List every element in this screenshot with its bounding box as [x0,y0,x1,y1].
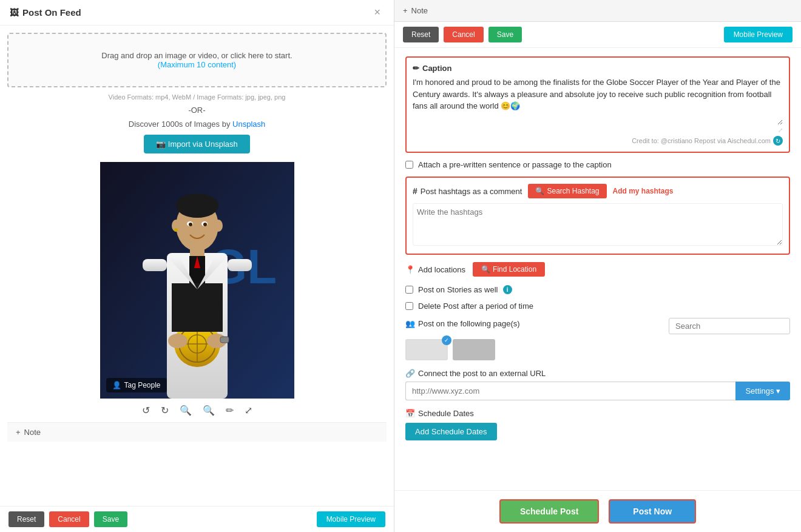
post-now-button[interactable]: Post Now [609,499,696,524]
bottom-actions: Schedule Post Post Now [394,490,801,532]
image-preview: GL [100,162,294,399]
post-stories-info-icon[interactable]: i [503,285,512,294]
right-cancel-button[interactable]: Cancel [444,27,483,42]
caption-credit-text: Credit to: @cristiano Repost via Aisched… [632,137,771,144]
attach-sentence-checkbox[interactable] [405,161,413,169]
search-pages-input[interactable] [669,318,790,334]
left-reset-button[interactable]: Reset [8,511,44,527]
page-title: 🖼 Post On Feed [10,7,81,18]
schedule-label: 📅 Schedule Dates [405,409,790,418]
right-reset-button[interactable]: Reset [403,27,439,42]
page-thumb-1: ✓ [405,339,448,360]
caption-section: ✏ Caption I'm honored and proud to be am… [405,56,790,153]
svg-rect-23 [220,337,229,343]
svg-rect-14 [143,259,167,271]
page-thumb-2 [453,339,495,360]
url-input[interactable] [405,382,735,400]
note-plus-icon: + [16,428,21,437]
delete-post-row: Delete Post after a period of time [405,301,790,311]
drop-zone[interactable]: Drag and drop an image or video, or clic… [7,33,387,87]
pages-label: 👥 Post on the following page(s) [405,319,520,328]
attach-sentence-label: Attach a pre-written sentence or passage… [418,160,612,169]
location-row: 📍 Add locations 🔍 Find Location [405,262,790,277]
people-icon: 👥 [405,319,415,328]
schedule-post-button[interactable]: Schedule Post [499,499,599,524]
caption-textarea[interactable]: I'm honored and proud to be among the fi… [413,76,783,125]
close-button[interactable]: × [370,5,384,20]
caption-label: ✏ Caption [413,64,783,73]
hashtag-textarea[interactable] [413,203,783,246]
page-thumbs: ✓ [405,339,790,360]
location-pin-icon: 📍 [405,265,415,274]
svg-point-27 [174,228,178,232]
svg-point-10 [189,223,192,226]
refresh-icon: ↻ [773,136,783,146]
hashtag-header: # Post hashtags as a comment 🔍 Search Ha… [413,184,783,198]
tag-icon: 👤 [112,381,121,389]
svg-rect-24 [172,283,223,332]
zoom-out-icon[interactable]: 🔍 [203,405,215,416]
pages-header: 👥 Post on the following page(s) [405,318,790,334]
import-unsplash-button[interactable]: 📷 Import via Unsplash [144,135,250,153]
schedule-section: 📅 Schedule Dates Add Schedule Dates [405,409,790,440]
left-note-label: Note [24,428,41,437]
preview-image: GL [100,162,294,399]
right-content: ✏ Caption I'm honored and proud to be am… [394,48,801,490]
pencil-icon: ✏ [413,64,419,73]
svg-rect-15 [228,259,252,271]
svg-point-21 [168,334,188,348]
url-input-row: Settings ▾ [405,382,790,400]
location-label: 📍 Add locations [405,265,465,274]
or-divider: -OR- [7,106,387,115]
url-label: 🔗 Connect the post to an external URL [405,369,790,378]
find-location-button[interactable]: 🔍 Find Location [473,262,545,277]
post-stories-checkbox[interactable] [405,286,413,294]
rotate-left-icon[interactable]: ↺ [142,405,150,416]
delete-post-checkbox[interactable] [405,302,413,310]
left-note-section: + Note [7,422,387,442]
edit-icon[interactable]: ✏ [226,405,234,416]
search-hashtag-button[interactable]: 🔍 Search Hashtag [528,184,606,198]
caption-footer: Credit to: @cristiano Repost via Aisched… [413,136,783,146]
svg-point-13 [214,220,223,232]
left-panel: 🖼 Post On Feed × Drag and drop an image … [0,0,394,532]
expand-icon[interactable]: ⤢ [245,405,252,416]
tag-people-button[interactable]: 👤 Tag People [106,378,167,392]
left-mobile-preview-button[interactable]: Mobile Preview [317,511,385,527]
svg-point-7 [176,194,218,218]
right-save-button[interactable]: Save [488,27,522,42]
zoom-in-icon[interactable]: 🔍 [180,405,192,416]
post-stories-row: Post on Stories as well i [405,285,790,294]
formats-text: Video Formats: mp4, WebM / Image Formats… [7,93,387,101]
hash-icon: # [413,186,417,196]
right-note-plus-icon: + [403,6,408,15]
page-thumb-check-1: ✓ [442,335,451,345]
page-thumb-img-2 [453,339,495,360]
drop-max-text: (Maximum 10 content) [21,60,373,69]
search-icon-location: 🔍 [481,265,490,274]
hashtag-label: # Post hashtags as a comment [413,186,522,196]
unsplash-text: Discover 1000s of Images by Unsplash [7,120,387,129]
right-note-label: Note [411,6,428,15]
url-section: 🔗 Connect the post to an external URL Se… [405,369,790,400]
page-thumb-img-1 [405,339,448,360]
right-panel: + Note Reset Cancel Save Mobile Preview … [394,0,801,532]
rotate-right-icon[interactable]: ↻ [161,405,169,416]
settings-button[interactable]: Settings ▾ [735,382,790,400]
attach-sentence-row: Attach a pre-written sentence or passage… [405,160,790,169]
add-hashtags-button[interactable]: Add my hashtags [613,187,674,195]
left-cancel-button[interactable]: Cancel [49,511,89,527]
right-top-buttons: Reset Cancel Save Mobile Preview [394,22,801,48]
left-save-button[interactable]: Save [94,511,127,527]
drop-main-text: Drag and drop an image or video, or clic… [21,51,373,60]
unsplash-link[interactable]: Unsplash [232,120,265,129]
image-icon: 🖼 [10,7,19,18]
calendar-icon: 📅 [405,409,415,418]
delete-post-label: Delete Post after a period of time [418,301,533,311]
left-header: 🖼 Post On Feed × [0,0,394,25]
hashtag-section: # Post hashtags as a comment 🔍 Search Ha… [405,177,790,255]
image-controls: ↺ ↻ 🔍 🔍 ✏ ⤢ [7,399,387,422]
right-mobile-preview-button[interactable]: Mobile Preview [724,27,793,42]
right-note-section: + Note [394,0,801,22]
add-schedule-button[interactable]: Add Schedule Dates [405,423,497,440]
